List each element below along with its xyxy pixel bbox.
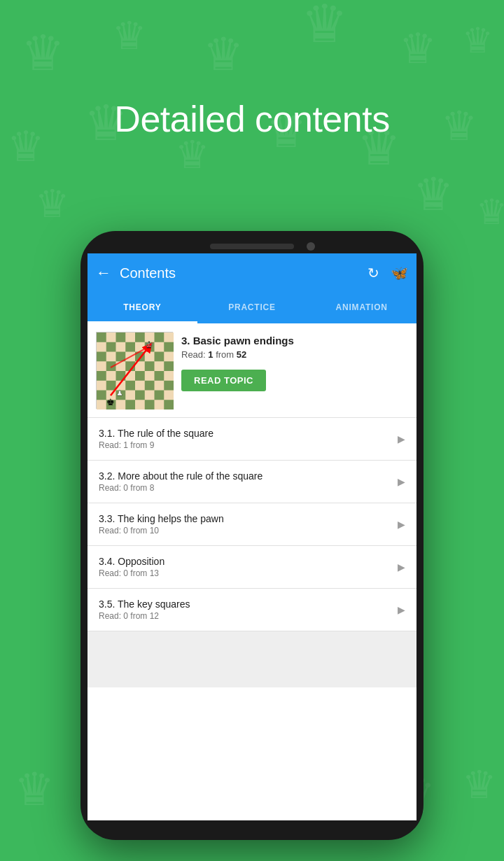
list-item[interactable]: 3.5. The key squares Read: 0 from 12 ▶ (88, 589, 416, 631)
svg-rect-26 (106, 342, 116, 352)
featured-card: ♚ ♟ ♔ 3. Basic pawn endings Read: 1 from… (88, 323, 416, 418)
svg-rect-43 (125, 381, 135, 391)
svg-rect-45 (164, 381, 174, 391)
app-bar-actions: ↻ 🦋 (368, 265, 408, 281)
chevron-right-icon: ▶ (398, 604, 405, 615)
refresh-icon[interactable]: ↻ (368, 265, 379, 281)
list-item-text: 3.4. Opposition Read: 0 from 13 (99, 556, 398, 578)
tab-animation[interactable]: ANIMATION (307, 293, 416, 323)
app-bar: ← Contents ↻ 🦋 (88, 253, 416, 293)
svg-text:♛: ♛ (399, 26, 437, 72)
chess-board-thumbnail: ♚ ♟ ♔ (96, 332, 173, 409)
svg-rect-30 (97, 352, 106, 362)
chevron-right-icon: ▶ (398, 561, 405, 573)
chevron-right-icon: ▶ (398, 433, 405, 444)
svg-rect-44 (145, 381, 155, 391)
list-item[interactable]: 3.3. The king helps the pawn Read: 0 fro… (88, 503, 416, 546)
svg-rect-41 (155, 371, 164, 381)
svg-rect-46 (97, 391, 106, 400)
chevron-right-icon: ▶ (398, 519, 405, 530)
list-item-text: 3.5. The key squares Read: 0 from 12 (99, 598, 398, 621)
svg-rect-23 (116, 332, 126, 342)
content-area: ♚ ♟ ♔ 3. Basic pawn endings Read: 1 from… (88, 323, 416, 820)
svg-rect-22 (97, 332, 106, 342)
list-item-title: 3.5. The key squares (99, 598, 398, 610)
svg-text:♛: ♛ (21, 27, 65, 80)
svg-rect-40 (135, 371, 145, 381)
list-item[interactable]: 3.4. Opposition Read: 0 from 13 ▶ (88, 546, 416, 589)
list-item-title: 3.1. The rule of the square (99, 428, 398, 439)
featured-info: 3. Basic pawn endings Read: 1 from 52 RE… (181, 332, 408, 409)
svg-rect-51 (125, 400, 135, 410)
list-item-sub: Read: 1 from 9 (99, 440, 398, 450)
svg-rect-42 (106, 381, 116, 391)
phone-frame: ← Contents ↻ 🦋 THEORY PRACTICE ANIMATION (80, 231, 424, 840)
svg-rect-37 (164, 361, 174, 371)
tab-theory[interactable]: THEORY (88, 293, 197, 323)
svg-text:♛: ♛ (175, 134, 209, 176)
svg-text:♛: ♛ (203, 29, 244, 80)
phone-screen: ← Contents ↻ 🦋 THEORY PRACTICE ANIMATION (88, 253, 416, 820)
svg-rect-49 (155, 391, 164, 400)
svg-rect-25 (155, 332, 164, 342)
svg-rect-33 (155, 352, 164, 362)
featured-read-count: Read: 1 from 52 (181, 349, 408, 360)
phone-speaker (210, 244, 294, 249)
svg-rect-38 (97, 371, 106, 381)
svg-rect-53 (164, 400, 174, 410)
page-title: Detailed contents (0, 98, 504, 140)
list-item-sub: Read: 0 from 8 (99, 483, 398, 493)
svg-rect-52 (145, 400, 155, 410)
list-item-sub: Read: 0 from 12 (99, 611, 398, 621)
list-item-title: 3.4. Opposition (99, 556, 398, 567)
gray-footer (88, 631, 416, 687)
svg-text:♛: ♛ (112, 15, 146, 57)
list-item-text: 3.2. More about the rule of the square R… (99, 470, 398, 493)
butterfly-icon[interactable]: 🦋 (391, 265, 408, 281)
svg-text:♛: ♛ (35, 183, 69, 225)
app-bar-title: Contents (120, 265, 368, 281)
svg-rect-48 (135, 391, 145, 400)
list-item-sub: Read: 0 from 13 (99, 568, 398, 578)
list-item-title: 3.3. The king helps the pawn (99, 513, 398, 524)
back-button[interactable]: ← (96, 264, 111, 282)
list-item-text: 3.3. The king helps the pawn Read: 0 fro… (99, 513, 398, 536)
svg-text:♛: ♛ (14, 764, 55, 815)
svg-text:♛: ♛ (301, 0, 348, 53)
chevron-right-icon: ▶ (398, 476, 405, 487)
list-item[interactable]: 3.2. More about the rule of the square R… (88, 461, 416, 503)
svg-rect-24 (135, 332, 145, 342)
list-item-title: 3.2. More about the rule of the square (99, 470, 398, 482)
svg-text:♛: ♛ (476, 192, 504, 232)
svg-rect-29 (164, 342, 174, 352)
svg-text:♛: ♛ (413, 169, 454, 220)
svg-text:♛: ♛ (462, 764, 496, 806)
list-item-text: 3.1. The rule of the square Read: 1 from… (99, 428, 398, 450)
svg-rect-27 (125, 342, 135, 352)
svg-text:♔: ♔ (145, 340, 153, 350)
svg-text:♟: ♟ (116, 388, 123, 397)
tabs-bar: THEORY PRACTICE ANIMATION (88, 293, 416, 323)
list-item-sub: Read: 0 from 10 (99, 526, 398, 536)
featured-title: 3. Basic pawn endings (181, 335, 408, 346)
svg-text:♛: ♛ (462, 21, 493, 60)
tab-practice[interactable]: PRACTICE (197, 293, 307, 323)
svg-rect-36 (145, 361, 155, 371)
svg-text:♚: ♚ (106, 397, 115, 407)
read-topic-button[interactable]: READ TOPIC (181, 370, 266, 391)
list-item[interactable]: 3.1. The rule of the square Read: 1 from… (88, 418, 416, 461)
